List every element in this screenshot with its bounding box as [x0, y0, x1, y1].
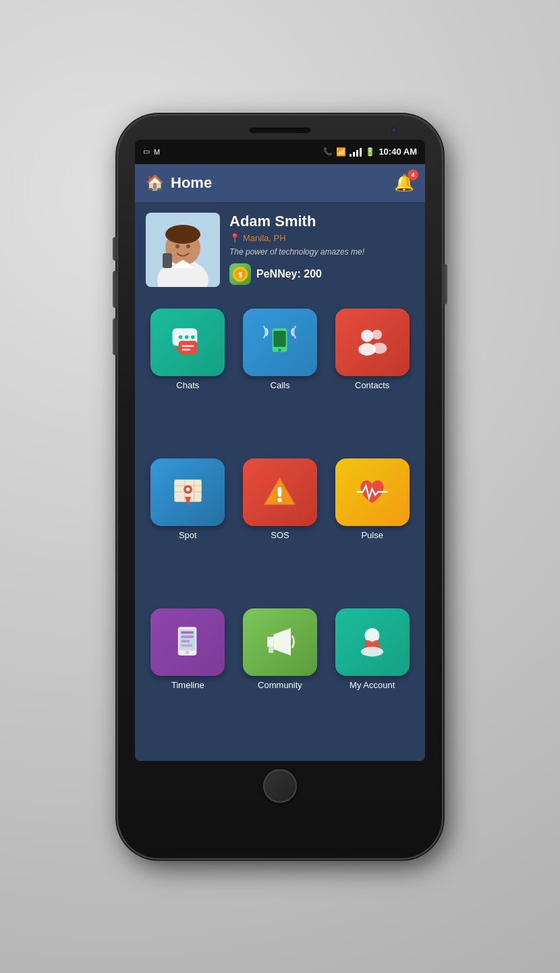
svg-point-21	[361, 330, 373, 342]
myaccount-svg	[354, 623, 391, 660]
myaccount-icon	[335, 608, 410, 676]
signal-bar-4	[360, 148, 362, 157]
app-item-contacts[interactable]: Contacts	[330, 309, 414, 450]
email-icon: M	[154, 148, 160, 156]
power-button[interactable]	[443, 264, 447, 305]
signal-bar-1	[349, 154, 352, 157]
battery-icon: 🔋	[365, 147, 375, 157]
timeline-svg	[169, 623, 206, 660]
svg-point-24	[372, 342, 387, 354]
notification-count: 4	[408, 169, 418, 180]
speaker-grille	[250, 128, 310, 133]
phone-device: ▭ M 📞 📶 🔋 10:40 AM 🏠 Home	[118, 115, 442, 858]
sos-label: SOS	[271, 530, 289, 540]
volume-up-button[interactable]	[113, 237, 117, 261]
status-left-icons: ▭ M	[143, 147, 160, 156]
svg-rect-19	[274, 331, 286, 347]
spot-svg	[169, 473, 206, 510]
spot-label: Spot	[179, 530, 197, 540]
signal-bar-3	[356, 150, 358, 157]
phone-top	[125, 128, 435, 140]
svg-marker-17	[172, 347, 178, 351]
front-camera	[390, 126, 398, 134]
call-icon: 📞	[323, 147, 333, 156]
svg-rect-15	[181, 345, 194, 347]
pulse-svg	[354, 473, 391, 510]
pulse-icon	[335, 458, 410, 526]
spot-icon	[150, 458, 225, 526]
svg-rect-6	[163, 253, 172, 268]
svg-rect-40	[269, 647, 273, 653]
battery-status-icon: ▭	[143, 147, 150, 156]
svg-rect-35	[181, 631, 193, 634]
home-header: 🏠 Home 🔔 4	[135, 164, 425, 202]
community-svg	[261, 623, 298, 660]
avatar-illustration	[146, 213, 220, 287]
sos-svg	[261, 473, 298, 510]
camera-button[interactable]	[113, 318, 117, 355]
svg-rect-14	[179, 341, 198, 354]
contacts-icon	[335, 309, 410, 376]
penny-text: PeNNey: 200	[256, 268, 322, 280]
svg-point-4	[175, 244, 179, 248]
signal-bar-2	[353, 152, 355, 157]
apps-grid: Chats Calls	[135, 298, 425, 761]
svg-rect-37	[181, 640, 190, 643]
phone-screen: ▭ M 📞 📶 🔋 10:40 AM 🏠 Home	[135, 140, 425, 761]
app-item-sos[interactable]: SOS	[238, 458, 323, 600]
app-item-spot[interactable]: Spot	[146, 458, 230, 600]
community-icon	[243, 608, 317, 676]
avatar[interactable]	[146, 213, 220, 287]
app-item-calls[interactable]: Calls	[238, 309, 323, 450]
timeline-icon	[150, 608, 225, 676]
pulse-label: Pulse	[361, 530, 383, 540]
home-icon: 🏠	[146, 174, 164, 192]
sos-icon	[243, 458, 317, 526]
calls-icon	[243, 309, 317, 376]
svg-point-3	[165, 225, 200, 244]
status-bar: ▭ M 📞 📶 🔋 10:40 AM	[135, 140, 425, 164]
contacts-svg	[354, 323, 391, 361]
location-pin-icon: 📍	[229, 233, 240, 243]
svg-point-11	[179, 335, 183, 339]
location-text: Manila, PH	[243, 233, 286, 243]
notification-bell[interactable]: 🔔 4	[394, 174, 414, 192]
wifi-icon: 📶	[336, 147, 346, 157]
calls-svg	[261, 323, 298, 361]
svg-point-27	[186, 488, 190, 492]
penny-display: $ PeNNey: 200	[229, 263, 414, 285]
svg-rect-31	[278, 487, 282, 497]
svg-rect-16	[181, 349, 190, 351]
app-item-chats[interactable]: Chats	[146, 309, 230, 450]
phone-bottom	[263, 761, 297, 808]
contacts-label: Contacts	[355, 380, 389, 390]
coin-svg: $	[232, 266, 248, 282]
app-item-pulse[interactable]: Pulse	[330, 458, 414, 600]
myaccount-label: My Account	[349, 680, 395, 690]
home-title-group: 🏠 Home	[146, 174, 212, 192]
volume-down-button[interactable]	[113, 271, 117, 308]
chats-svg	[169, 323, 206, 361]
app-item-myaccount[interactable]: My Account	[330, 608, 414, 750]
svg-text:$: $	[238, 271, 242, 279]
chats-icon	[150, 309, 225, 376]
profile-location: 📍 Manila, PH	[229, 233, 414, 243]
profile-name: Adam Smith	[229, 213, 414, 230]
profile-section: Adam Smith 📍 Manila, PH The power of tec…	[135, 202, 425, 298]
profile-bio: The power of technology amazes me!	[229, 247, 414, 257]
home-hardware-button[interactable]	[263, 769, 297, 803]
svg-point-12	[185, 335, 189, 339]
app-item-community[interactable]: Community	[238, 608, 323, 750]
svg-rect-36	[181, 635, 193, 638]
svg-point-20	[279, 348, 282, 352]
svg-point-39	[186, 650, 190, 654]
svg-point-42	[361, 647, 383, 657]
app-item-timeline[interactable]: Timeline	[146, 608, 230, 750]
penny-coin-icon: $	[229, 263, 251, 285]
svg-point-5	[186, 244, 190, 248]
status-right-info: 📞 📶 🔋 10:40 AM	[323, 147, 417, 157]
svg-point-23	[372, 330, 383, 340]
time-display: 10:40 AM	[379, 147, 417, 157]
svg-rect-38	[181, 644, 192, 647]
home-title-text: Home	[171, 174, 212, 192]
